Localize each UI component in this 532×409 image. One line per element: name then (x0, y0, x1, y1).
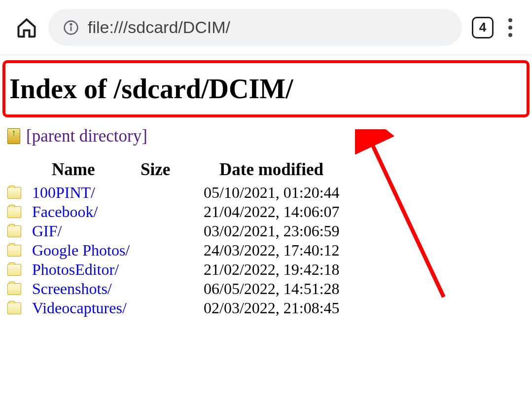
folder-icon (7, 245, 21, 257)
tab-count-button[interactable]: 4 (472, 17, 494, 38)
table-row: PhotosEditor/ 21/02/2022, 19:42:18 (7, 260, 532, 279)
file-name-cell: GIF/ (21, 222, 204, 240)
folder-icon (7, 225, 21, 237)
file-date-cell: 06/05/2022, 14:51:28 (204, 280, 532, 298)
folder-icon (7, 187, 21, 199)
table-row: Google Photos/ 24/03/2022, 17:40:12 (7, 241, 532, 260)
url-bar[interactable]: file:///sdcard/DCIM/ (48, 9, 462, 46)
file-date-cell: 21/02/2022, 19:42:18 (204, 260, 532, 279)
page-title: Index of /sdcard/DCIM/ (9, 73, 523, 105)
svg-point-2 (71, 24, 72, 25)
folder-icon (7, 302, 21, 314)
info-icon (63, 20, 79, 36)
folder-icon (7, 206, 21, 218)
url-text: file:///sdcard/DCIM/ (88, 18, 230, 37)
file-date-cell: 05/10/2021, 01:20:44 (204, 184, 532, 202)
file-name-cell: Videocaptures/ (21, 299, 204, 317)
header-date: Date modified (205, 160, 532, 180)
file-date-cell: 02/03/2022, 21:08:45 (204, 299, 532, 317)
home-icon[interactable] (15, 16, 38, 39)
file-link[interactable]: Screenshots/ (32, 280, 112, 297)
table-header-row: Name Size Date modified (7, 160, 532, 180)
file-name-cell: Facebook/ (21, 203, 204, 221)
header-name: Name (32, 160, 141, 180)
table-row: Screenshots/ 06/05/2022, 14:51:28 (7, 280, 532, 298)
file-link[interactable]: PhotosEditor/ (32, 260, 119, 278)
file-name-cell: Screenshots/ (21, 280, 204, 298)
table-row: GIF/ 03/02/2021, 23:06:59 (7, 222, 532, 240)
table-row: Videocaptures/ 02/03/2022, 21:08:45 (7, 299, 532, 317)
file-link[interactable]: Google Photos/ (32, 241, 130, 259)
menu-icon[interactable] (503, 18, 517, 37)
tab-count-value: 4 (479, 20, 486, 35)
folder-icon (7, 264, 21, 276)
file-table: Name Size Date modified 100PINT/ 05/10/2… (0, 160, 532, 317)
file-date-cell: 21/04/2022, 14:06:07 (204, 203, 532, 221)
file-link[interactable]: GIF/ (32, 222, 62, 240)
file-link[interactable]: Videocaptures/ (32, 299, 127, 317)
file-date-cell: 24/03/2022, 17:40:12 (204, 241, 532, 260)
heading-annotation-box: Index of /sdcard/DCIM/ (2, 60, 530, 117)
parent-directory-row: [parent directory] (0, 126, 532, 146)
parent-directory-link[interactable]: [parent directory] (26, 126, 147, 146)
file-link[interactable]: Facebook/ (32, 203, 98, 221)
table-row: Facebook/ 21/04/2022, 14:06:07 (7, 203, 532, 221)
page-content: Index of /sdcard/DCIM/ [parent directory… (0, 60, 532, 317)
header-size: Size (141, 160, 205, 180)
file-date-cell: 03/02/2021, 23:06:59 (204, 222, 532, 240)
table-row: 100PINT/ 05/10/2021, 01:20:44 (7, 184, 532, 202)
browser-toolbar: file:///sdcard/DCIM/ 4 (0, 0, 532, 55)
file-name-cell: Google Photos/ (21, 241, 204, 260)
file-name-cell: 100PINT/ (21, 184, 204, 202)
up-arrow-icon (7, 128, 20, 144)
file-link[interactable]: 100PINT/ (32, 184, 95, 201)
folder-icon (7, 283, 21, 295)
file-name-cell: PhotosEditor/ (21, 260, 204, 279)
